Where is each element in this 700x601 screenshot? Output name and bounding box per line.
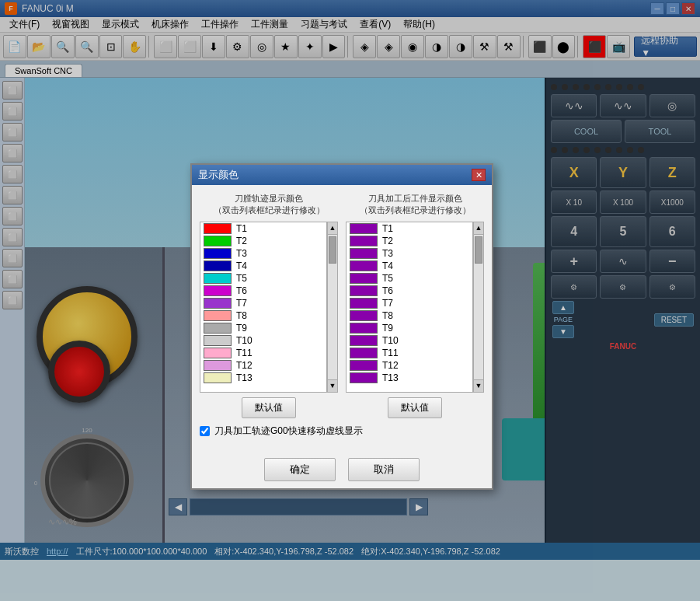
- right-color-row[interactable]: T6: [347, 285, 472, 297]
- left-color-row[interactable]: T4: [200, 260, 326, 272]
- left-color-row[interactable]: T9: [200, 322, 326, 334]
- color-label: T6: [382, 285, 393, 296]
- color-label: T5: [382, 273, 393, 284]
- left-scroll-thumb[interactable]: [329, 236, 336, 264]
- color-label: T12: [236, 360, 252, 371]
- color-swatch: [204, 335, 232, 346]
- color-label: T4: [382, 260, 393, 271]
- left-col-header: 刀膛轨迹显示颜色 （双击列表框纪录进行修改）: [200, 193, 338, 217]
- dialog-columns: 刀膛轨迹显示颜色 （双击列表框纪录进行修改） T1T2T3T4T5T6T7T8T…: [200, 193, 484, 418]
- color-swatch: [350, 260, 378, 271]
- right-scroll-track: [474, 235, 483, 379]
- right-scroll-thumb[interactable]: [475, 236, 482, 264]
- right-color-row[interactable]: T5: [347, 272, 472, 285]
- left-color-row[interactable]: T3: [200, 247, 326, 260]
- color-swatch: [204, 298, 232, 309]
- color-swatch: [350, 335, 378, 346]
- right-color-row[interactable]: T12: [347, 359, 472, 372]
- color-swatch: [350, 285, 378, 296]
- color-label: T9: [382, 323, 393, 334]
- right-scroll-up[interactable]: ▲: [474, 222, 483, 235]
- left-default-button[interactable]: 默认值: [242, 397, 296, 418]
- color-swatch: [204, 273, 232, 284]
- left-scrollbar: ▲ ▼: [327, 222, 338, 393]
- color-swatch: [350, 223, 378, 234]
- left-color-row[interactable]: T2: [200, 235, 326, 247]
- color-label: T10: [236, 335, 252, 346]
- right-color-row[interactable]: T4: [347, 260, 472, 272]
- right-col-header: 刀具加工后工件显示颜色 （双击列表框纪录进行修改）: [346, 193, 484, 217]
- color-swatch: [350, 372, 378, 383]
- checkbox-row: 刀具加工轨迹G00快速移动虚线显示: [200, 425, 484, 438]
- left-list-with-scroll: T1T2T3T4T5T6T7T8T9T10T11T12T13 ▲ ▼: [200, 222, 338, 393]
- left-scroll-down[interactable]: ▼: [328, 379, 337, 392]
- right-color-row[interactable]: T2: [347, 235, 472, 247]
- left-scroll-up[interactable]: ▲: [328, 222, 337, 235]
- left-scroll-track: [328, 235, 337, 379]
- color-label: T13: [382, 372, 399, 383]
- right-color-row[interactable]: T11: [347, 347, 472, 359]
- right-color-row[interactable]: T3: [347, 247, 472, 260]
- color-swatch: [204, 310, 232, 321]
- right-color-row[interactable]: T13: [347, 372, 472, 384]
- color-label: T11: [236, 348, 252, 358]
- left-color-row[interactable]: T10: [200, 334, 326, 347]
- color-swatch: [350, 236, 378, 246]
- left-color-row[interactable]: T8: [200, 309, 326, 322]
- g00-label: 刀具加工轨迹G00快速移动虚线显示: [214, 425, 363, 438]
- color-label: T4: [236, 260, 247, 271]
- left-color-row[interactable]: T6: [200, 285, 326, 297]
- color-dialog: 显示颜色 ✕ 刀膛轨迹显示颜色 （双击列表框纪录进行修改） T1T2T3T4T5…: [190, 163, 493, 490]
- right-color-row[interactable]: T7: [347, 297, 472, 309]
- color-label: T8: [382, 310, 393, 321]
- left-color-list: T1T2T3T4T5T6T7T8T9T10T11T12T13: [200, 222, 327, 393]
- color-label: T3: [236, 248, 247, 259]
- dialog-overlay: 显示颜色 ✕ 刀膛轨迹显示颜色 （双击列表框纪录进行修改） T1T2T3T4T5…: [0, 0, 700, 601]
- cancel-button[interactable]: 取消: [348, 458, 420, 481]
- color-label: T12: [382, 360, 399, 371]
- g00-checkbox[interactable]: [200, 426, 210, 436]
- left-color-row[interactable]: T5: [200, 272, 326, 285]
- left-color-row[interactable]: T1: [200, 222, 326, 235]
- color-label: T9: [236, 323, 247, 334]
- color-swatch: [204, 323, 232, 334]
- right-color-row[interactable]: T1: [347, 222, 472, 235]
- color-swatch: [204, 372, 232, 383]
- color-swatch: [350, 360, 378, 371]
- right-color-row[interactable]: T8: [347, 309, 472, 322]
- color-swatch: [204, 248, 232, 259]
- dialog-close-button[interactable]: ✕: [472, 169, 486, 181]
- left-color-row[interactable]: T13: [200, 372, 326, 384]
- color-swatch: [204, 348, 232, 358]
- color-swatch: [350, 310, 378, 321]
- color-label: T3: [382, 248, 393, 259]
- color-swatch: [350, 248, 378, 259]
- color-swatch: [204, 223, 232, 234]
- color-swatch: [350, 348, 378, 358]
- color-swatch: [204, 260, 232, 271]
- color-label: T10: [382, 335, 399, 346]
- right-color-list: T1T2T3T4T5T6T7T8T9T10T11T12T13: [346, 222, 473, 393]
- left-color-row[interactable]: T7: [200, 297, 326, 309]
- color-label: T5: [236, 273, 247, 284]
- color-label: T2: [382, 236, 393, 246]
- right-default-button[interactable]: 默认值: [388, 397, 442, 418]
- color-swatch: [350, 323, 378, 334]
- dialog-footer: 确定 取消: [192, 452, 492, 487]
- right-scroll-down[interactable]: ▼: [474, 379, 483, 392]
- confirm-button[interactable]: 确定: [264, 458, 336, 481]
- color-label: T13: [236, 372, 252, 383]
- right-color-row[interactable]: T10: [347, 334, 472, 347]
- color-swatch: [204, 285, 232, 296]
- right-scrollbar: ▲ ▼: [473, 222, 484, 393]
- color-swatch: [350, 298, 378, 309]
- dialog-title-bar: 显示颜色 ✕: [192, 165, 492, 185]
- right-list-with-scroll: T1T2T3T4T5T6T7T8T9T10T11T12T13 ▲ ▼: [346, 222, 484, 393]
- color-label: T8: [236, 310, 247, 321]
- left-color-row[interactable]: T12: [200, 359, 326, 372]
- left-column: 刀膛轨迹显示颜色 （双击列表框纪录进行修改） T1T2T3T4T5T6T7T8T…: [200, 193, 338, 418]
- color-swatch: [204, 360, 232, 371]
- left-color-row[interactable]: T11: [200, 347, 326, 359]
- right-color-row[interactable]: T9: [347, 322, 472, 334]
- color-label: T2: [236, 236, 247, 246]
